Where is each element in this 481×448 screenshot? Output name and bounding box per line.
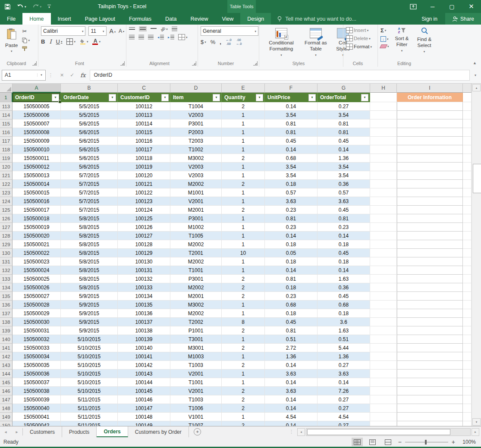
cell[interactable] [370, 370, 397, 378]
cell[interactable]: 150500033 [13, 344, 61, 352]
cell[interactable]: M1003 [170, 352, 222, 361]
vertical-scroll-thumb[interactable] [473, 164, 481, 193]
align-right-button[interactable] [148, 35, 154, 40]
merge-center-button[interactable]: ▾ [178, 34, 188, 40]
cell[interactable] [463, 266, 472, 275]
cell[interactable]: 100124 [118, 206, 170, 214]
cell[interactable]: 0.18 [318, 240, 370, 249]
cell[interactable]: 100137 [118, 318, 170, 326]
cell[interactable]: 1 [222, 214, 265, 223]
cell[interactable]: 100122 [118, 188, 170, 197]
cell[interactable] [463, 206, 472, 214]
cell[interactable]: 150500034 [13, 352, 61, 361]
bottom-align-button[interactable] [151, 28, 157, 30]
cell[interactable]: T1003 [170, 395, 222, 404]
decrease-indent-button[interactable]: ◂ [157, 35, 164, 40]
filter-dropdown-icon[interactable]: ▾ [109, 94, 116, 101]
info-cell[interactable] [397, 344, 463, 352]
row-header-147[interactable]: 147 [0, 395, 13, 404]
horizontal-scroll-thumb[interactable] [307, 429, 450, 435]
cell[interactable]: 3.54 [318, 163, 370, 171]
cell[interactable]: 0.14 [318, 266, 370, 275]
format-cells-button[interactable]: Format▾ [346, 44, 376, 50]
cell[interactable]: T1007 [170, 421, 222, 426]
table-header-customerid[interactable]: CustomerID▾ [118, 93, 170, 102]
alignment-dialog-launcher[interactable] [192, 61, 196, 66]
cell[interactable]: 100143 [118, 370, 170, 378]
cell[interactable] [370, 335, 397, 344]
cell[interactable]: 0.36 [318, 283, 370, 292]
cell[interactable]: 0.18 [318, 257, 370, 266]
scroll-left-icon[interactable]: ◂ [297, 428, 305, 436]
insert-function-button[interactable]: fx [80, 72, 85, 78]
cell[interactable]: 0.27 [318, 404, 370, 413]
cell[interactable] [370, 232, 397, 240]
cell[interactable] [463, 197, 472, 206]
cell[interactable]: 0.57 [318, 188, 370, 197]
clear-button[interactable]: ▾ [380, 44, 389, 48]
cell[interactable]: 0.14 [265, 421, 318, 426]
cell[interactable]: 0.27 [318, 421, 370, 426]
cell[interactable]: 100131 [118, 266, 170, 275]
cell[interactable]: 0.23 [265, 223, 318, 232]
cell[interactable]: 2 [222, 421, 265, 426]
cell[interactable] [370, 395, 397, 404]
info-cell[interactable] [397, 309, 463, 318]
cell[interactable]: 3.63 [265, 370, 318, 378]
cell[interactable]: 0.81 [265, 119, 318, 128]
enter-formula-button[interactable]: ✓ [70, 72, 74, 78]
cell[interactable] [463, 145, 472, 154]
cell[interactable]: 5/10/2015 [61, 378, 118, 387]
row-header-116[interactable]: 116 [0, 128, 13, 137]
prev-sheet-icon[interactable]: ◂ [0, 426, 11, 437]
cell[interactable]: 150500014 [13, 180, 61, 188]
cell[interactable] [370, 309, 397, 318]
cell[interactable]: 0.14 [318, 145, 370, 154]
tab-view[interactable]: View [215, 13, 240, 25]
cell[interactable]: M2002 [170, 180, 222, 188]
cell[interactable]: 2 [222, 283, 265, 292]
cell[interactable]: 5/11/2015 [61, 395, 118, 404]
cell[interactable]: 0.36 [318, 180, 370, 188]
cell[interactable]: 100130 [118, 257, 170, 266]
row-header-148[interactable]: 148 [0, 404, 13, 413]
cell[interactable]: 3.63 [265, 197, 318, 206]
font-name-combo[interactable]: Calibri ▾ [41, 26, 85, 36]
cell[interactable]: T1001 [170, 378, 222, 387]
middle-align-button[interactable] [139, 26, 147, 31]
cell[interactable]: 5/10/2015 [61, 387, 118, 395]
info-cell[interactable] [397, 188, 463, 197]
cell[interactable]: V2001 [170, 387, 222, 395]
top-align-button[interactable] [129, 27, 135, 31]
cell[interactable]: 5/7/2015 [61, 197, 118, 206]
cell[interactable]: 1 [222, 188, 265, 197]
row-header-138[interactable]: 138 [0, 318, 13, 326]
format-as-table-button[interactable]: Format as Table ▾ [301, 26, 331, 58]
row-header-139[interactable]: 139 [0, 326, 13, 335]
cell[interactable]: T1006 [170, 404, 222, 413]
cell[interactable]: T1005 [170, 232, 222, 240]
row-header-130[interactable]: 130 [0, 249, 13, 257]
cell[interactable]: 0.68 [318, 301, 370, 309]
cell[interactable]: 150500018 [13, 214, 61, 223]
cell[interactable]: 0.81 [265, 326, 318, 335]
cell[interactable]: 100118 [118, 154, 170, 163]
cell[interactable]: 5/9/2015 [61, 301, 118, 309]
cell[interactable]: 150500015 [13, 188, 61, 197]
cell[interactable]: 100147 [118, 404, 170, 413]
cell[interactable]: T1002 [170, 145, 222, 154]
select-all-corner[interactable] [0, 84, 13, 93]
copy-button[interactable]: ▾ [22, 38, 30, 43]
cell[interactable]: 5/8/2015 [61, 223, 118, 232]
cell[interactable]: V2003 [170, 111, 222, 119]
zoom-slider-thumb[interactable] [425, 440, 427, 445]
cell[interactable]: T1003 [170, 361, 222, 370]
delete-cells-button[interactable]: Delete▾ [346, 35, 376, 41]
cell[interactable] [463, 275, 472, 283]
cell[interactable]: 1 [222, 223, 265, 232]
cell[interactable]: M3002 [170, 154, 222, 163]
cell[interactable] [370, 214, 397, 223]
info-cell[interactable] [397, 102, 463, 111]
cell[interactable]: 100146 [118, 395, 170, 404]
cell[interactable]: M2001 [170, 206, 222, 214]
